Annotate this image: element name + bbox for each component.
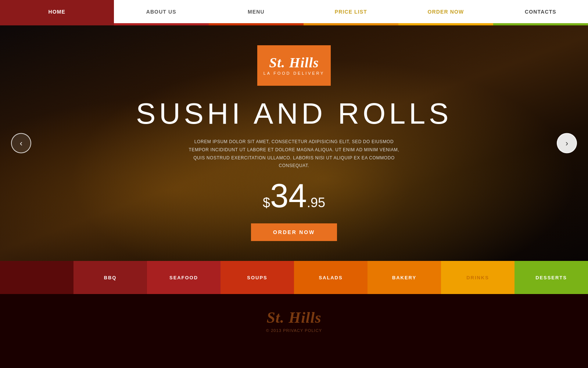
nav-home[interactable]: HOME — [0, 0, 114, 23]
hero-section: ‹ St. Hills LA FOOD DELIVERY SUSHI AND R… — [0, 25, 588, 261]
category-bbq[interactable]: BBQ — [74, 261, 147, 294]
footer-copyright: © 2013 PRIVACY POLICY — [266, 328, 322, 333]
nav-about[interactable]: ABOUT US — [114, 0, 209, 23]
price-dollar-sign: $ — [263, 195, 270, 210]
hero-title: SUSHI AND ROLLS — [136, 97, 452, 131]
category-salads[interactable]: SALADS — [294, 261, 368, 294]
category-drinks[interactable]: DRINKS — [441, 261, 514, 294]
price-main-value: 34 — [270, 179, 307, 212]
footer: St. Hills © 2013 PRIVACY POLICY — [0, 294, 588, 344]
nav-contacts[interactable]: CONTACTS — [493, 0, 588, 23]
carousel-next-button[interactable]: › — [557, 133, 577, 153]
logo-box: St. Hills LA FOOD DELIVERY — [257, 45, 331, 86]
category-bakery[interactable]: BAKERY — [368, 261, 441, 294]
category-desserts[interactable]: DESSERTS — [514, 261, 588, 294]
main-nav: HOME ABOUT US MENU PRICE LIST ORDER NOW … — [0, 0, 588, 23]
logo-script: St. Hills — [269, 56, 319, 70]
nav-menu[interactable]: MENU — [209, 0, 304, 23]
hero-description: LOREM IPSUM DOLOR SIT AMET, CONSECTETUR … — [184, 138, 404, 170]
category-soups[interactable]: SOUPS — [220, 261, 294, 294]
category-spacer — [0, 261, 74, 294]
carousel-prev-button[interactable]: ‹ — [11, 133, 31, 153]
nav-order[interactable]: ORDER NOW — [398, 0, 493, 23]
price-cents-value: .95 — [307, 195, 325, 210]
hero-price: $ 34 .95 — [263, 179, 325, 212]
footer-logo: St. Hills — [266, 309, 321, 326]
logo-tagline: LA FOOD DELIVERY — [263, 71, 325, 75]
nav-price[interactable]: PRICE LIST — [304, 0, 398, 23]
category-seafood[interactable]: SEAFOOD — [147, 261, 220, 294]
hero-order-button[interactable]: ORDER NOW — [251, 223, 337, 241]
category-bar: BBQ SEAFOOD SOUPS SALADS BAKERY DRINKS D… — [0, 261, 588, 294]
